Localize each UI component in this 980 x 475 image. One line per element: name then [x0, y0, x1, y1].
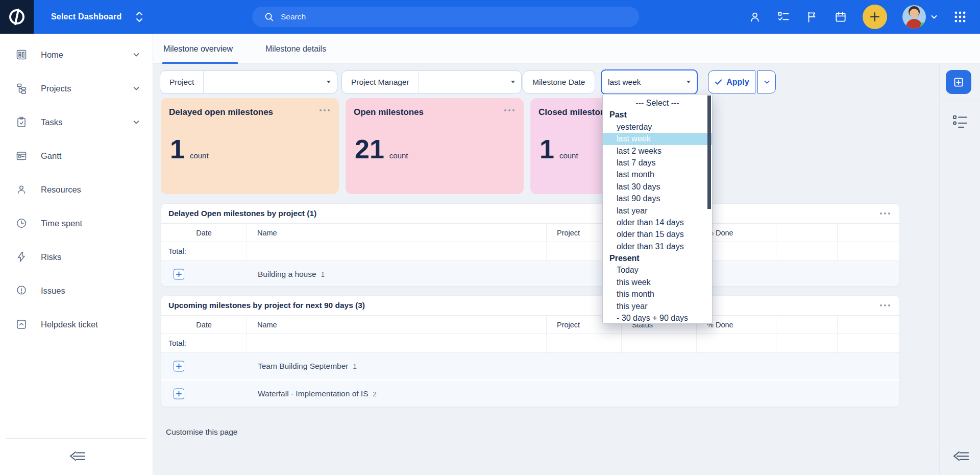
expand-row-button[interactable] [174, 388, 184, 399]
tab-label: Milestone details [265, 44, 326, 54]
column-header-empty [838, 316, 899, 334]
dropdown-option[interactable]: this week [603, 276, 712, 288]
sidebar-item-label: Risks [41, 252, 61, 262]
card-delayed-open-milestones: Delayed open milestones 1 count [161, 98, 339, 194]
page-tabs: Milestone overview Milestone details [153, 34, 980, 64]
table-row: Building a house1 [161, 261, 899, 287]
filter-project-select[interactable] [204, 71, 337, 93]
collapse-left-icon [66, 448, 87, 464]
filter-milestone-date: Milestone Date [523, 70, 595, 93]
rail-collapse-button[interactable] [948, 446, 972, 466]
topbar: Select Dashboard Search [0, 0, 980, 34]
sidebar-item-resources[interactable]: Resources [0, 173, 153, 206]
dropdown-option[interactable]: last 30 days [603, 181, 712, 193]
sidebar-item-home[interactable]: Home [0, 38, 153, 72]
table-row: Waterfall - Implementation of IS2 [161, 379, 899, 407]
dropdown-option[interactable]: older than 31 days [603, 241, 712, 252]
tab-milestone-overview[interactable]: Milestone overview [163, 34, 233, 64]
project-link[interactable]: Building a house1 [258, 270, 325, 279]
card-menu-button[interactable] [503, 107, 516, 113]
expand-row-button[interactable] [174, 269, 184, 279]
plus-icon [869, 11, 881, 23]
total-label: Total: [161, 334, 247, 352]
divider [938, 440, 980, 440]
filter-project-manager-select[interactable] [419, 71, 521, 93]
card-unit: count [559, 151, 578, 160]
app-logo[interactable] [0, 0, 34, 34]
card-menu-button[interactable] [318, 107, 331, 113]
dropdown-option[interactable]: yesterday [603, 121, 712, 133]
dropdown-option[interactable]: - 30 days + 90 days [603, 312, 712, 324]
online-status-dot [920, 22, 926, 29]
dropdown-option[interactable]: this month [603, 288, 712, 300]
add-widget-button[interactable] [946, 70, 971, 94]
sidebar-collapse-button[interactable] [65, 446, 88, 466]
sidebar-item-helpdesk[interactable]: Helpdesk ticket [0, 307, 153, 341]
apply-button[interactable]: Apply [708, 70, 755, 93]
tab-milestone-details[interactable]: Milestone details [265, 34, 326, 64]
panel-title: Upcoming milestones by project for next … [168, 301, 365, 310]
filter-project-manager: Project Manager [341, 70, 522, 93]
dashboard-switch-icon[interactable] [134, 10, 145, 23]
milestone-date-dropdown: --- Select --- Past yesterday last week … [602, 94, 713, 324]
dropdown-option[interactable]: last 2 weeks [603, 145, 712, 157]
project-name: Building a house [258, 270, 316, 278]
dropdown-option[interactable]: last 90 days [603, 193, 712, 204]
caret-down-icon [327, 81, 331, 83]
dropdown-option[interactable]: Today [603, 264, 712, 276]
sidebar-item-gantt[interactable]: Gantt [0, 139, 153, 173]
clock-icon [15, 217, 28, 229]
apply-more-button[interactable] [757, 70, 776, 93]
filter-project-label: Project [160, 78, 203, 87]
dropdown-option[interactable]: this year [603, 300, 712, 312]
column-header-empty [838, 224, 899, 242]
card-open-milestones: Open milestones 21 count [346, 98, 524, 194]
checklist-icon[interactable] [777, 10, 790, 23]
helpdesk-icon [15, 318, 28, 330]
quick-add-button[interactable] [863, 5, 887, 29]
dropdown-option-selected[interactable]: last week [603, 133, 712, 145]
sidebar-item-label: Helpdesk ticket [41, 320, 98, 329]
search-icon [263, 11, 275, 22]
topbar-actions [748, 0, 967, 34]
calendar-icon[interactable] [834, 10, 847, 23]
column-header-name: Name [247, 224, 547, 242]
dropdown-option[interactable]: last month [603, 169, 712, 180]
dashboard-selector[interactable]: Select Dashboard [51, 0, 121, 34]
search-input[interactable]: Search [252, 7, 639, 27]
dropdown-option[interactable]: last year [603, 205, 712, 217]
panel-upcoming-milestones: Upcoming milestones by project for next … [161, 295, 900, 407]
projects-icon [15, 82, 28, 94]
table-total-row: Total: [161, 242, 899, 261]
sidebar-item-projects[interactable]: Projects [0, 72, 153, 105]
card-value: 1 [540, 136, 554, 162]
user-icon[interactable] [748, 10, 762, 23]
apps-grid-icon[interactable] [953, 10, 967, 23]
sidebar-item-tasks[interactable]: Tasks [0, 105, 153, 139]
dropdown-option[interactable]: last 7 days [603, 157, 712, 169]
milestone-date-select[interactable]: last week [601, 69, 698, 94]
panel-menu-button[interactable] [879, 302, 891, 308]
flag-icon[interactable] [805, 10, 819, 23]
rail-list-button[interactable] [951, 113, 969, 130]
filter-project: Project [160, 70, 337, 93]
dropdown-option[interactable]: older than 15 days [603, 228, 712, 240]
sidebar-item-risks[interactable]: Risks [0, 240, 153, 274]
expand-row-button[interactable] [174, 361, 184, 371]
dropdown-option[interactable]: older than 14 days [603, 217, 712, 228]
panel-menu-button[interactable] [879, 210, 891, 217]
tasks-icon [15, 116, 28, 128]
sidebar-item-issues[interactable]: Issues [0, 274, 153, 307]
project-link[interactable]: Waterfall - Implementation of IS2 [258, 389, 377, 398]
user-menu[interactable] [902, 5, 938, 29]
caret-down-icon [687, 81, 691, 83]
sidebar-item-time-spent[interactable]: Time spent [0, 206, 153, 240]
dropdown-scrollbar[interactable] [707, 96, 711, 209]
project-link[interactable]: Team Building September1 [258, 362, 357, 371]
sidebar-item-label: Projects [41, 84, 71, 93]
dropdown-option-select[interactable]: --- Select --- [603, 97, 712, 109]
column-header-date: Date [161, 316, 247, 334]
customise-page-link[interactable]: Customise this page [166, 428, 237, 437]
plus-icon [176, 271, 182, 277]
caret-down-icon [511, 81, 515, 83]
